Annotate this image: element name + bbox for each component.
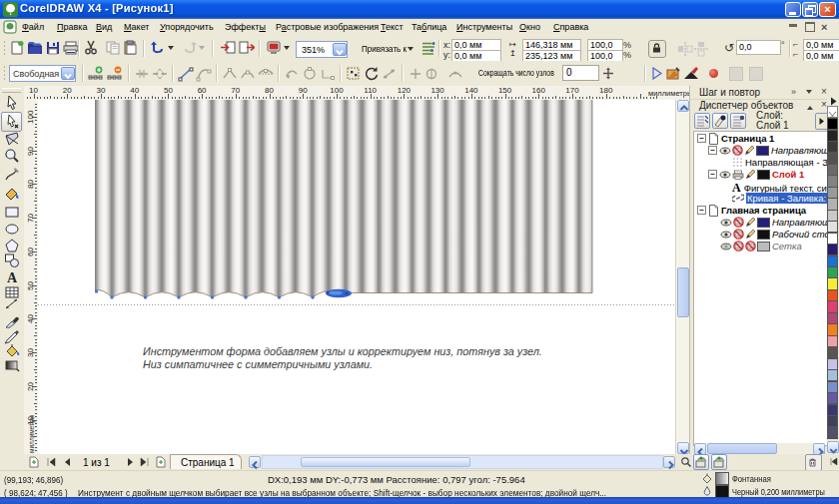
svg-text:A: A bbox=[7, 270, 18, 285]
